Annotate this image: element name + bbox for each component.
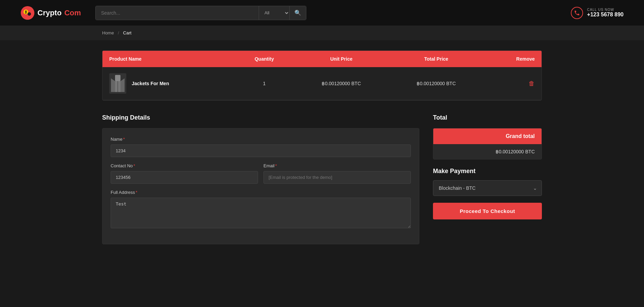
payment-method-wrapper: Blockchain - BTC ⌄	[433, 180, 542, 196]
contact-input[interactable]	[111, 171, 258, 184]
table-row: Jackets For Men 1 ฿0.00120000 BTC ฿0.001…	[102, 67, 542, 100]
name-label: Name*	[111, 137, 411, 142]
grand-total-header: Grand total	[433, 128, 542, 144]
call-label: CALL US NOW	[587, 8, 624, 12]
col-remove: Remove	[484, 51, 542, 67]
col-quantity: Quantity	[235, 51, 294, 67]
contact-info: CALL US NOW +123 5678 890	[587, 8, 624, 18]
breadcrumb-home[interactable]: Home	[102, 30, 114, 35]
payment-method-select[interactable]: Blockchain - BTC	[433, 180, 542, 196]
table-header-row: Product Name Quantity Unit Price Total P…	[102, 51, 542, 67]
product-name: Jackets For Men	[132, 81, 169, 86]
email-input[interactable]	[263, 171, 411, 184]
breadcrumb-current: Cart	[123, 30, 132, 35]
jacket-icon	[111, 75, 125, 92]
contact-field-group: Contact No*	[111, 163, 258, 184]
total-title: Total	[433, 114, 542, 121]
total-section: Total Grand total ฿0.00120000 BTC Make P…	[433, 114, 542, 219]
total-box: Grand total ฿0.00120000 BTC	[433, 128, 542, 159]
shipping-form: Name* Contact No* Email*	[102, 128, 419, 244]
remove-item-button[interactable]: 🗑	[529, 80, 535, 87]
unit-price-cell: ฿0.00120000 BTC	[294, 67, 389, 100]
search-input[interactable]	[96, 6, 259, 20]
shipping-details-section: Shipping Details Name* Contact No*	[102, 114, 419, 244]
search-button[interactable]: 🔍	[289, 6, 306, 20]
name-input[interactable]	[111, 144, 411, 157]
phone-icon	[571, 7, 583, 19]
quantity-cell: 1	[235, 67, 294, 100]
remove-cell: 🗑	[484, 67, 542, 100]
grand-total-amount: ฿0.00120000 BTC	[433, 144, 542, 159]
col-unit-price: Unit Price	[294, 51, 389, 67]
search-category-select[interactable]: All	[259, 6, 289, 20]
address-field-group: Full Address* Test	[111, 190, 411, 230]
email-label: Email*	[263, 163, 411, 168]
svg-point-2	[28, 12, 31, 16]
contact-area: CALL US NOW +123 5678 890	[571, 7, 624, 19]
proceed-to-checkout-button[interactable]: Proceed To Checkout	[433, 203, 542, 219]
name-field-group: Name*	[111, 137, 411, 157]
product-cell: Jackets For Men	[102, 67, 235, 100]
svg-marker-5	[111, 78, 115, 92]
col-total-price: Total Price	[389, 51, 484, 67]
main-content: Product Name Quantity Unit Price Total P…	[0, 40, 644, 255]
address-textarea[interactable]: Test	[111, 198, 411, 228]
logo-text-crypto: Crypto	[37, 9, 62, 17]
breadcrumb: Home / Cart	[0, 26, 644, 40]
logo: ₿ CryptoCom	[20, 6, 88, 20]
search-bar: All 🔍	[95, 6, 306, 20]
header: ₿ CryptoCom All 🔍 CALL US NOW +123 5678 …	[0, 0, 644, 26]
email-field-group: Email*	[263, 163, 411, 184]
address-label: Full Address*	[111, 190, 411, 195]
bottom-section: Shipping Details Name* Contact No*	[102, 114, 542, 244]
make-payment-title: Make Payment	[433, 168, 542, 175]
cart-table: Product Name Quantity Unit Price Total P…	[102, 51, 542, 100]
phone-number: +123 5678 890	[587, 12, 624, 18]
svg-rect-4	[115, 75, 120, 81]
cart-table-wrapper: Product Name Quantity Unit Price Total P…	[102, 50, 542, 101]
contact-label: Contact No*	[111, 163, 258, 168]
svg-rect-8	[117, 81, 118, 92]
svg-text:₿: ₿	[25, 10, 27, 14]
total-price-cell: ฿0.00120000 BTC	[389, 67, 484, 100]
product-thumbnail	[109, 73, 126, 94]
logo-text-com: Com	[64, 9, 81, 17]
contact-email-row: Contact No* Email*	[111, 163, 411, 190]
logo-icon: ₿	[20, 6, 35, 20]
col-product-name: Product Name	[102, 51, 235, 67]
svg-marker-6	[120, 78, 125, 92]
shipping-title: Shipping Details	[102, 114, 419, 121]
breadcrumb-separator: /	[118, 30, 119, 35]
